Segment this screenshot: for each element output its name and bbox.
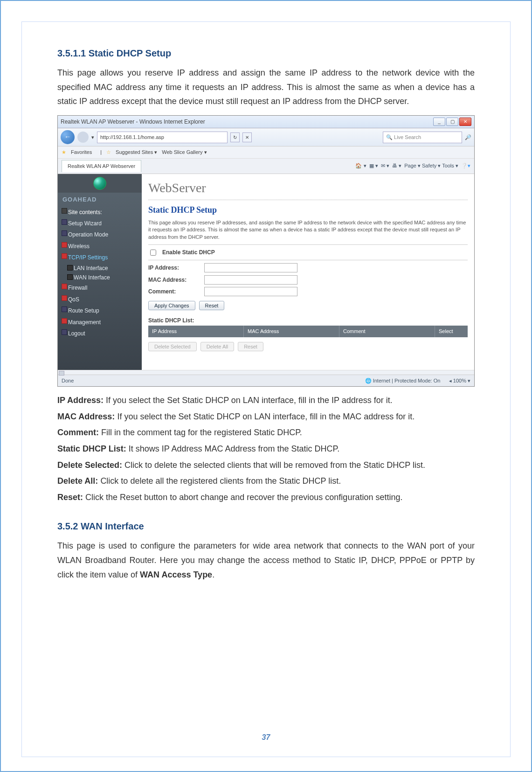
status-mode: Internet | Protected Mode: On [373,378,441,383]
fld-reset-text: Click the Reset button to abort change a… [85,493,402,502]
status-zoom[interactable]: 100% [453,378,466,383]
list-reset-button[interactable]: Reset [238,342,263,351]
section-heading-wan: 3.5.2 WAN Interface [57,518,475,534]
sidebar-sub-lan[interactable]: LAN Interface [58,264,142,273]
sidebar-site-contents[interactable]: Site contents: [58,207,142,218]
sidebar: GOAHEAD Site contents: Setup Wizard Oper… [58,174,142,370]
static-dhcp-list-header: IP Address MAC Address Comment Select [148,326,468,337]
fld-delsel-label: Delete Selected: [57,460,122,470]
delete-selected-button[interactable]: Delete Selected [148,342,197,351]
sidebar-item-tcpip[interactable]: TCP/IP Settings [58,252,142,263]
mail-icon[interactable]: ✉ ▾ [381,163,389,168]
fld-mac-label: MAC Address: [57,412,115,421]
section-intro-wan: This page is used to configure the param… [57,539,475,582]
mac-address-label: MAC Address: [148,275,200,285]
suggested-star-icon: ☆ [106,148,111,157]
page-number: 37 [22,731,510,744]
print-icon[interactable]: 🖶 ▾ [392,163,401,168]
mac-address-input[interactable] [204,275,297,285]
sidebar-brand: GOAHEAD [58,193,142,207]
window-minimize-button[interactable]: _ [433,118,445,126]
search-box[interactable]: 🔍 Live Search [383,132,462,143]
webserver-title: WebServer [148,174,468,201]
fld-delsel-text: Click to delete the selected clients tha… [124,460,425,470]
stop-button[interactable]: ✕ [242,132,252,142]
sidebar-item-operation-mode[interactable]: Operation Mode [58,229,142,240]
sidebar-item-qos[interactable]: QoS [58,294,142,305]
zoom-down-icon[interactable]: ◂ [449,378,452,383]
window-title: Realtek WLAN AP Webserver - Windows Inte… [61,117,205,126]
enable-static-dhcp-label: Enable Static DHCP [162,248,215,257]
help-icon[interactable]: ❔▾ [461,163,470,168]
dropdown-icon[interactable]: ▾ [91,133,94,142]
browser-tab[interactable]: Realtek WLAN AP Webserver [62,160,141,172]
zoom-dropdown-icon[interactable]: ▾ [468,378,470,383]
embedded-screenshot: Realtek WLAN AP Webserver - Windows Inte… [57,115,475,387]
fld-mac-text: If you select the Set Static DHCP on LAN… [117,412,415,421]
home-icon[interactable]: 🏠 ▾ [355,163,366,168]
nav-back-button[interactable]: ← [61,130,75,144]
sidebar-sub-wan[interactable]: WAN Interface [58,273,142,282]
webslice-link[interactable]: Web Slice Gallery ▾ [162,148,207,157]
zone-icon: 🌐 [365,378,372,383]
favorites-label: Favorites [71,148,92,157]
col-comment: Comment [339,326,435,337]
horizontal-scrollbar[interactable] [58,370,474,375]
sidebar-item-wireless[interactable]: Wireless [58,241,142,252]
sidebar-item-setup-wizard[interactable]: Setup Wizard [58,218,142,229]
address-bar[interactable]: http://192.168.1.1/home.asp [97,132,228,143]
apply-changes-button[interactable]: Apply Changes [148,301,195,310]
ip-address-input[interactable] [204,263,297,272]
col-mac: MAC Address [244,326,339,337]
fld-delall-text: Click to delete all the registered clien… [100,476,341,486]
fld-reset-label: Reset: [57,493,83,502]
sidebar-item-route[interactable]: Route Setup [58,305,142,316]
feed-icon[interactable]: ▦ ▾ [369,163,378,168]
sidebar-item-firewall[interactable]: Firewall [58,282,142,293]
fld-comment-label: Comment: [57,428,99,437]
section-intro-static-dhcp: This page allows you reserve IP address … [57,66,475,109]
suggested-sites-link[interactable]: Suggested Sites ▾ [116,148,157,157]
comment-input[interactable] [204,287,297,296]
search-go-icon[interactable]: 🔎 [465,133,471,142]
fld-delall-label: Delete All: [57,476,98,486]
ip-address-label: IP Address: [148,263,200,272]
globe-logo-icon [93,177,106,190]
nav-forward-button[interactable] [77,132,89,143]
delete-all-button[interactable]: Delete All [200,342,234,351]
comment-label: Comment: [148,287,200,296]
static-dhcp-list-title: Static DHCP List: [148,316,468,325]
window-maximize-button[interactable]: ▢ [446,118,458,126]
sidebar-item-management[interactable]: Management [58,317,142,328]
browser-tool-menu[interactable]: 🏠 ▾ ▦ ▾ ✉ ▾ 🖶 ▾ Page ▾ Safety ▾ Tools ▾ … [355,161,470,170]
fld-list-label: Static DHCP List: [57,444,126,453]
col-ip: IP Address [148,326,244,337]
fld-comment-text: Fill in the comment tag for the register… [101,428,302,437]
col-select: Select [435,326,468,337]
page-desc: This page allows you reserve IP addresse… [148,219,468,241]
page-title: Static DHCP Setup [148,203,468,217]
fld-ip-text: If you select the Set Static DHCP on LAN… [106,396,393,405]
window-close-button[interactable]: ✕ [459,118,471,126]
status-done: Done [62,376,74,385]
reset-button[interactable]: Reset [199,301,225,310]
refresh-button[interactable]: ↻ [230,132,240,142]
favorites-star-icon[interactable]: ★ [62,148,66,157]
enable-static-dhcp-checkbox[interactable] [150,250,156,256]
fld-ip-label: IP Address: [57,396,104,405]
section-heading-static-dhcp: 3.5.1.1 Static DHCP Setup [57,45,475,61]
sidebar-item-logout[interactable]: Logout [58,328,142,339]
fld-list-text: It shows IP Address MAC Address from the… [129,444,340,453]
